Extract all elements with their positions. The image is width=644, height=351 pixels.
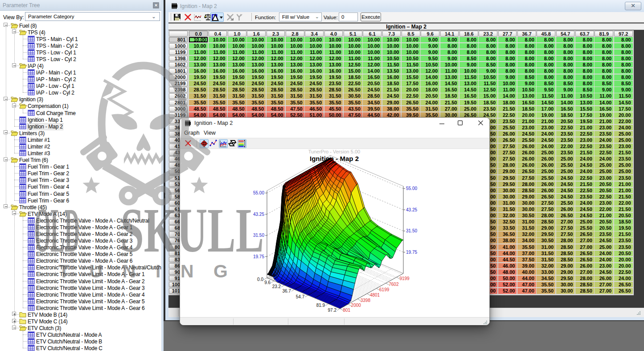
map-cell[interactable]: 28.50 xyxy=(556,257,575,262)
map-cell[interactable]: 8.00 xyxy=(517,68,536,74)
map-cell[interactable]: 11.00 xyxy=(363,56,381,61)
tree-item-label[interactable]: Electronic Throttle Valve - Mode A - Gea… xyxy=(36,244,132,251)
map-cell[interactable]: 29.00 xyxy=(517,194,536,199)
map-cell[interactable]: 24.50 xyxy=(517,131,536,136)
disabled-branch-icon[interactable] xyxy=(235,13,243,21)
map-cell[interactable]: 21.50 xyxy=(382,87,401,92)
map-cell[interactable]: 28.50 xyxy=(324,87,343,92)
column-header[interactable]: 5.1 xyxy=(344,31,362,37)
map-cell[interactable]: 35.50 xyxy=(402,106,420,111)
map-cell[interactable]: 10.00 xyxy=(402,43,420,49)
tree-item[interactable]: IAP - Main - Cyl 2 xyxy=(0,76,161,83)
map-cell[interactable]: 23.00 xyxy=(595,263,613,268)
tree-item-label[interactable]: Electronic Throttle Valve Limit - Mode A… xyxy=(36,285,144,291)
tree-item[interactable]: Electronic Throttle Valve Limit - Mode A… xyxy=(0,297,161,304)
map-cell[interactable]: 21.00 xyxy=(614,182,633,187)
graph-window-titlebar[interactable]: Ignition - Map 2 xyxy=(180,118,489,128)
map-cell[interactable]: 23.50 xyxy=(614,238,633,243)
map-cell[interactable]: 8.00 xyxy=(614,43,633,49)
column-header[interactable]: 54.7 xyxy=(556,31,575,37)
map-cell[interactable]: 24.50 xyxy=(595,238,613,243)
map-cell[interactable]: 8.00 xyxy=(556,56,575,61)
view-by-dropdown[interactable]: Parameter Category ⌄ xyxy=(25,12,160,21)
map-cell[interactable]: 31.50 xyxy=(189,93,208,99)
map-cell[interactable]: 8.00 xyxy=(575,62,594,67)
map-cell[interactable]: 8.00 xyxy=(595,62,613,67)
map-cell[interactable]: 26.00 xyxy=(517,162,536,168)
axis-toggle-button[interactable] xyxy=(210,12,224,22)
map-cell[interactable]: 10.00 xyxy=(344,37,362,42)
map-cell[interactable]: 27.00 xyxy=(440,106,459,111)
map-cell[interactable]: 23.50 xyxy=(614,175,633,181)
map-cell[interactable]: 8.00 xyxy=(498,50,517,55)
minimize-button[interactable] xyxy=(435,118,448,128)
map-cell[interactable]: 22.50 xyxy=(344,81,362,86)
map-cell[interactable]: 43.50 xyxy=(344,106,362,111)
tree-item-label[interactable]: Electronic Throttle Valve - Mode A - Gea… xyxy=(36,231,132,237)
tree-item-label[interactable]: Fuel Trim - Gear 2 xyxy=(28,170,69,177)
map-cell[interactable]: 8.50 xyxy=(614,81,633,86)
tree-item[interactable]: ETV Clutch (3) xyxy=(0,325,161,331)
tree-item-label[interactable]: Limiter #3 xyxy=(28,150,50,157)
tree-item-label[interactable]: Throttle (45) xyxy=(19,204,47,211)
map-cell[interactable]: 19.00 xyxy=(537,112,555,118)
map-cell[interactable]: 24.50 xyxy=(305,81,324,86)
map-cell[interactable]: 25.00 xyxy=(556,169,575,174)
map-cell[interactable]: 24.00 xyxy=(537,131,555,136)
map-cell[interactable]: 24.50 xyxy=(286,81,304,86)
map-cell[interactable]: 31.50 xyxy=(267,93,285,99)
map-cell[interactable]: 30.00 xyxy=(498,194,517,199)
menu-view[interactable]: View xyxy=(204,130,216,136)
tree-item[interactable]: ETV Mode C (14) xyxy=(0,318,161,325)
map-cell[interactable]: 28.00 xyxy=(556,238,575,243)
tree-item[interactable]: Ignition - Map 2 xyxy=(0,123,161,129)
tree-item[interactable]: Limiter #2 xyxy=(0,143,161,149)
map-cell[interactable]: 23.50 xyxy=(614,156,633,161)
map-cell[interactable]: 31.50 xyxy=(209,93,227,99)
map-cell[interactable]: 30.50 xyxy=(517,213,536,218)
map-cell[interactable]: 23.00 xyxy=(614,144,633,149)
tree-item[interactable]: Ignition (3) xyxy=(0,96,161,103)
map-cell[interactable]: 28.50 xyxy=(363,93,381,99)
map-cell[interactable]: 8.00 xyxy=(498,43,517,49)
map-cell[interactable]: 29.50 xyxy=(556,276,575,281)
tree-item[interactable]: Fuel Trim - Gear 5 xyxy=(0,190,161,197)
map-cell[interactable]: 8.00 xyxy=(517,62,536,67)
tree-item[interactable]: Throttle (45) xyxy=(0,203,161,210)
map-cell[interactable]: 48.50 xyxy=(209,106,227,111)
map-cell[interactable]: 10.00 xyxy=(363,43,381,49)
map-cell[interactable]: 22.50 xyxy=(575,175,594,181)
map-cell[interactable]: 22.50 xyxy=(614,269,633,275)
map-cell[interactable]: 10.50 xyxy=(382,56,401,61)
map-cell[interactable]: 23.50 xyxy=(556,150,575,155)
map-cell[interactable]: 27.50 xyxy=(556,225,575,231)
tree-expand-box[interactable] xyxy=(4,97,8,101)
map-cell[interactable]: 16.50 xyxy=(595,106,613,111)
column-header[interactable]: 8.5 xyxy=(402,31,420,37)
map-cell[interactable]: 9.00 xyxy=(440,56,459,61)
map-cell[interactable]: 26.00 xyxy=(537,162,555,168)
column-header[interactable]: 1.6 xyxy=(247,31,266,37)
tree-item[interactable]: Electronic Throttle Valve - Mode A - Gea… xyxy=(0,257,161,264)
column-header[interactable]: 0.0 xyxy=(189,31,208,37)
map-cell[interactable]: 38.00 xyxy=(498,238,517,243)
map-cell[interactable]: 26.50 xyxy=(614,282,633,287)
resize-grip[interactable] xyxy=(483,320,488,325)
map-cell[interactable]: 8.00 xyxy=(595,50,613,55)
row-header[interactable]: 2000 xyxy=(169,74,188,80)
map-cell[interactable]: 28.50 xyxy=(537,219,555,224)
map-cell[interactable]: 11.00 xyxy=(324,50,343,55)
map-cell[interactable]: 24.00 xyxy=(595,251,613,256)
tree-item-label[interactable]: ETV Clutch/Neutral - Mode B xyxy=(36,339,102,345)
map-cell[interactable]: 20.50 xyxy=(595,225,613,231)
map-cell[interactable]: 48.50 xyxy=(247,106,266,111)
column-header[interactable]: 36.7 xyxy=(517,31,536,37)
map-cell[interactable]: 8.00 xyxy=(537,68,555,74)
tree-item[interactable]: Electronic Throttle Valve - Mode A - Gea… xyxy=(0,223,161,230)
tree-item[interactable]: TPS (4) xyxy=(0,29,161,35)
tree-item-label[interactable]: IAP - Low - Cyl 2 xyxy=(36,90,74,96)
tree-expand-box[interactable] xyxy=(12,319,16,323)
tree-item[interactable]: Electronic Throttle Valve - Mode A - Gea… xyxy=(0,230,161,237)
map-cell[interactable]: 22.50 xyxy=(595,150,613,155)
tree-item[interactable]: IAP - Low - Cyl 2 xyxy=(0,89,161,96)
